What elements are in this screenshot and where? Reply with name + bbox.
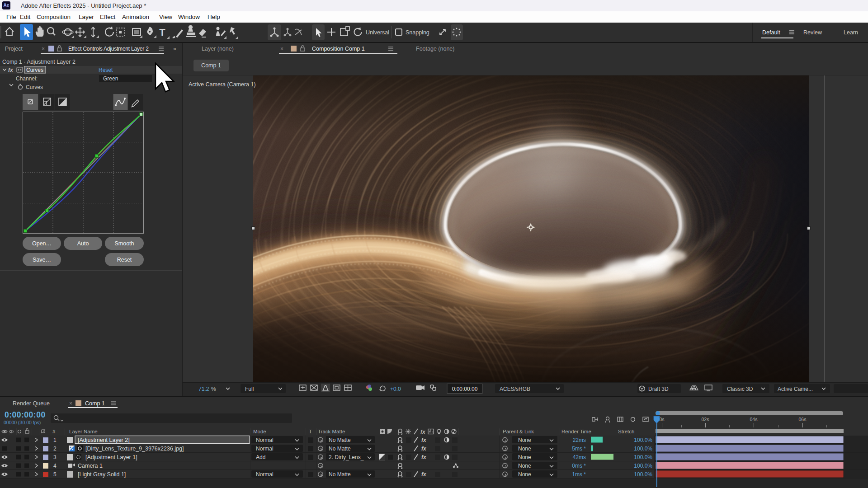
- svg-text:Comp 1 · Adjustment Layer 2: Comp 1 · Adjustment Layer 2: [2, 59, 75, 65]
- svg-text:Review: Review: [803, 29, 822, 36]
- svg-text:[Light Gray Solid 1]: [Light Gray Solid 1]: [78, 471, 126, 478]
- svg-text:fx: fx: [420, 429, 426, 435]
- svg-text:Curves: Curves: [26, 84, 43, 90]
- svg-text:%: %: [211, 386, 216, 392]
- svg-text:Normal: Normal: [256, 437, 274, 443]
- svg-text:Default: Default: [762, 29, 780, 36]
- svg-text:No Matte: No Matte: [329, 437, 351, 443]
- svg-text:22ms: 22ms: [573, 437, 586, 443]
- svg-text:06s: 06s: [799, 417, 807, 422]
- svg-text:»: »: [173, 46, 176, 52]
- svg-text:[Adjustment Layer 2]: [Adjustment Layer 2]: [78, 437, 130, 443]
- svg-text:fx: fx: [421, 471, 427, 478]
- svg-text:Active Came...: Active Came...: [778, 386, 813, 392]
- svg-text:Normal: Normal: [256, 446, 274, 452]
- svg-text:100.0%: 100.0%: [634, 463, 652, 469]
- svg-text:None: None: [518, 454, 531, 460]
- svg-text:0ms *: 0ms *: [572, 463, 586, 469]
- svg-text:1ms *: 1ms *: [572, 471, 586, 478]
- svg-text:00000 (30.00 fps): 00000 (30.00 fps): [4, 420, 41, 425]
- svg-text:71.2: 71.2: [198, 386, 209, 392]
- svg-text:Curves: Curves: [26, 67, 43, 73]
- svg-text:fx: fx: [8, 67, 14, 73]
- svg-text:Smooth: Smooth: [114, 240, 134, 247]
- svg-text:Mode: Mode: [253, 429, 266, 434]
- svg-text:5: 5: [53, 471, 57, 478]
- svg-text:Auto: Auto: [77, 240, 89, 247]
- svg-text:1: 1: [53, 437, 57, 443]
- svg-text:None: None: [518, 463, 531, 469]
- svg-text:T: T: [159, 27, 165, 38]
- svg-text:0s: 0s: [659, 417, 664, 422]
- svg-text:100.0%: 100.0%: [634, 446, 652, 452]
- svg-text:Stretch: Stretch: [618, 429, 634, 434]
- svg-text:2: 2: [53, 446, 57, 452]
- svg-text:Parent & Link: Parent & Link: [503, 429, 534, 434]
- svg-text:fx: fx: [421, 446, 427, 452]
- svg-text:Active Camera (Camera 1): Active Camera (Camera 1): [189, 81, 256, 88]
- svg-text:Composition Comp 1: Composition Comp 1: [312, 46, 365, 52]
- svg-text:None: None: [518, 437, 531, 443]
- svg-text:None: None: [518, 471, 531, 478]
- svg-text:×: ×: [42, 46, 45, 52]
- svg-text:42ms: 42ms: [573, 454, 586, 460]
- svg-text:Reset: Reset: [117, 257, 132, 263]
- svg-text:Full: Full: [245, 386, 254, 392]
- svg-text:T: T: [309, 429, 312, 434]
- svg-text:100.0%: 100.0%: [634, 437, 652, 443]
- svg-text:#: #: [52, 429, 56, 434]
- svg-text:[Adjustment Layer 1]: [Adjustment Layer 1]: [85, 454, 137, 460]
- svg-text:Layer (none): Layer (none): [202, 46, 234, 52]
- svg-text:×: ×: [69, 400, 72, 407]
- svg-text:Layer Name: Layer Name: [69, 429, 98, 434]
- svg-text:No Matte: No Matte: [329, 471, 351, 478]
- svg-text:4: 4: [53, 463, 57, 469]
- svg-text:Project: Project: [5, 46, 23, 52]
- svg-text:Green: Green: [103, 75, 118, 82]
- svg-text:Comp 1: Comp 1: [85, 400, 105, 407]
- svg-text:Add: Add: [256, 454, 265, 460]
- svg-text:ACES/sRGB: ACES/sRGB: [500, 386, 530, 392]
- svg-text:Learn: Learn: [844, 29, 858, 36]
- svg-text:No Matte: No Matte: [329, 446, 351, 452]
- svg-text:100.0%: 100.0%: [634, 454, 652, 460]
- svg-text:Render Queue: Render Queue: [13, 400, 50, 407]
- svg-text:Snapping: Snapping: [406, 29, 429, 36]
- svg-text:×: ×: [280, 46, 283, 52]
- svg-text:04s: 04s: [750, 417, 758, 422]
- svg-text:Footage (none): Footage (none): [416, 46, 454, 52]
- svg-text:02s: 02s: [702, 417, 709, 422]
- svg-text:Reset: Reset: [99, 67, 113, 73]
- svg-text:2. Dirty_Lens_: 2. Dirty_Lens_: [329, 454, 364, 460]
- svg-text:fx: fx: [421, 454, 427, 460]
- svg-text:[Dirty_Lens_Texture_9_3976x223: [Dirty_Lens_Texture_9_3976x2236.jpg]: [85, 446, 184, 452]
- svg-text:Track Matte: Track Matte: [318, 429, 345, 434]
- svg-text:Camera 1: Camera 1: [78, 463, 103, 469]
- svg-text:Channel:: Channel:: [16, 75, 38, 82]
- svg-text:Save…: Save…: [33, 257, 51, 263]
- svg-text:Render Time: Render Time: [561, 429, 591, 434]
- svg-text:Draft 3D: Draft 3D: [648, 386, 669, 392]
- svg-text:Classic 3D: Classic 3D: [727, 386, 753, 392]
- svg-text:3: 3: [53, 454, 57, 460]
- svg-text:None: None: [518, 446, 531, 452]
- svg-text:Effect Controls Adjustment Lay: Effect Controls Adjustment Layer 2: [68, 46, 149, 52]
- svg-text:+0.0: +0.0: [390, 386, 401, 392]
- svg-text:Open…: Open…: [32, 240, 52, 247]
- svg-text:0:00:00:00: 0:00:00:00: [452, 386, 478, 392]
- svg-text:Universal: Universal: [366, 29, 389, 36]
- svg-text:fx: fx: [421, 437, 427, 443]
- svg-text:5ms *: 5ms *: [572, 446, 586, 452]
- svg-text:Comp 1: Comp 1: [201, 62, 221, 69]
- svg-text:0:00:00:00: 0:00:00:00: [5, 410, 46, 419]
- svg-text:100.0%: 100.0%: [634, 471, 652, 478]
- svg-text:Normal: Normal: [256, 471, 274, 478]
